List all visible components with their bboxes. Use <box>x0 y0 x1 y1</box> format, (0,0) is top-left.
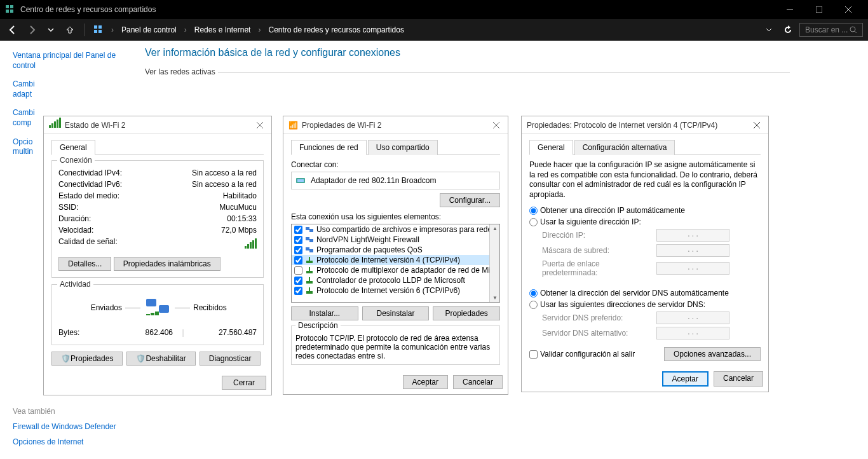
tab-sharing[interactable]: Uso compartido <box>368 140 438 155</box>
dns1-label: Servidor DNS preferido: <box>542 313 656 322</box>
tab-alternative[interactable]: Configuración alternativa <box>574 140 675 155</box>
protocol-checkbox[interactable] <box>294 226 302 234</box>
wireless-properties-button[interactable]: Propiedades inalámbricas <box>114 257 220 271</box>
gateway-input[interactable]: . . . <box>656 262 729 275</box>
breadcrumb-item[interactable]: Centro de redes y recursos compartidos <box>266 25 406 34</box>
cancel-button[interactable]: Cancelar <box>453 375 503 389</box>
auto-dns-radio[interactable]: Obtener la dirección del servidor DNS au… <box>529 289 761 298</box>
uninstall-button[interactable]: Desinstalar <box>362 306 430 320</box>
mask-input[interactable]: . . . <box>656 244 729 257</box>
close-button[interactable]: Cerrar <box>222 376 266 390</box>
svg-rect-9 <box>98 25 102 29</box>
active-networks-label: Ver las redes activas <box>145 67 215 76</box>
close-icon[interactable] <box>490 119 503 132</box>
protocol-checkbox[interactable] <box>294 266 302 275</box>
tab-network-functions[interactable]: Funciones de red <box>291 140 367 155</box>
close-icon[interactable] <box>254 119 266 132</box>
breadcrumb-item[interactable]: Panel de control <box>119 25 179 34</box>
bytes-label: Bytes: <box>58 328 109 337</box>
wifi-properties-dialog: 📶 Propiedades de Wi-Fi 2 Funciones de re… <box>283 116 508 395</box>
advanced-button[interactable]: Opciones avanzadas... <box>664 347 761 361</box>
details-button[interactable]: Detalles... <box>58 257 111 271</box>
properties-button[interactable]: 🛡️Propiedades <box>51 352 123 366</box>
up-button[interactable] <box>62 22 78 38</box>
forward-button[interactable] <box>24 22 39 38</box>
protocol-checkbox[interactable] <box>294 256 302 264</box>
cancel-button[interactable]: Cancelar <box>714 371 763 387</box>
protocol-checkbox[interactable] <box>294 236 302 244</box>
protocol-item[interactable]: Protocolo de Internet versión 4 (TCP/IPv… <box>292 255 499 265</box>
protocol-checkbox[interactable] <box>294 287 302 295</box>
svg-rect-29 <box>306 247 309 250</box>
protocol-item[interactable]: Protocolo de multiplexor de adaptador de… <box>292 265 499 275</box>
auto-ip-radio[interactable]: Obtener una dirección IP automáticamente <box>529 206 761 215</box>
protocol-checkbox[interactable] <box>294 277 302 285</box>
media-value: Habilitado <box>154 191 257 200</box>
protocol-item[interactable]: Protocolo de Internet versión 6 (TCP/IPv… <box>292 285 499 296</box>
sidebar-main-link[interactable]: Ventana principal del Panel de control <box>13 51 133 71</box>
service-icon <box>305 245 314 254</box>
refresh-button[interactable] <box>780 22 796 38</box>
svg-rect-25 <box>306 227 309 230</box>
close-button[interactable] <box>834 0 863 19</box>
disable-button[interactable]: 🛡️Deshabilitar <box>126 352 195 366</box>
connect-with-label: Conectar con: <box>291 160 500 169</box>
window-title: Centro de redes y recursos compartidos <box>20 5 775 14</box>
accept-button[interactable]: Aceptar <box>403 375 448 389</box>
manual-ip-radio[interactable]: Usar la siguiente dirección IP: <box>529 217 761 226</box>
ipv4-properties-dialog: Propiedades: Protocolo de Internet versi… <box>521 116 769 392</box>
location-icon[interactable] <box>91 22 106 38</box>
breadcrumb-item[interactable]: Redes e Internet <box>192 25 254 34</box>
search-input[interactable]: Buscar en ... <box>799 23 863 37</box>
close-icon[interactable] <box>750 119 763 132</box>
svg-rect-36 <box>309 277 310 281</box>
ip-label: Dirección IP: <box>542 231 656 240</box>
protocol-checkbox[interactable] <box>294 246 302 254</box>
item-properties-button[interactable]: Propiedades <box>433 306 500 320</box>
ip-input[interactable]: . . . <box>656 229 729 242</box>
ipv6-value: Sin acceso a la red <box>154 180 257 189</box>
svg-rect-31 <box>306 261 313 263</box>
protocol-item[interactable]: Uso compartido de archivos e impresoras … <box>292 224 499 235</box>
see-also-firewall[interactable]: Firewall de Windows Defender <box>13 422 116 431</box>
adapter-icon <box>295 176 306 185</box>
dropdown-icon[interactable] <box>761 22 776 38</box>
scrollbar[interactable] <box>489 224 499 302</box>
protocol-item[interactable]: Controlador de protocolo LLDP de Microso… <box>292 275 499 285</box>
signal-value <box>154 237 257 250</box>
ssid-value: MucuMucu <box>154 203 257 212</box>
protocol-item[interactable]: Programador de paquetes QoS <box>292 245 499 255</box>
shield-icon: 🛡️ <box>136 354 146 363</box>
svg-point-12 <box>850 27 855 32</box>
crumb-sep: › <box>183 25 188 34</box>
minimize-button[interactable] <box>775 0 804 19</box>
validate-label: Validar configuración al salir <box>540 350 635 359</box>
svg-rect-19 <box>151 313 154 315</box>
crumb-sep: › <box>110 25 115 34</box>
dns1-input[interactable]: . . . <box>656 312 729 324</box>
maximize-button[interactable] <box>804 0 834 19</box>
see-also-internet-options[interactable]: Opciones de Internet <box>13 437 116 446</box>
tab-general[interactable]: General <box>51 140 95 155</box>
protocol-label: Protocolo de Internet versión 4 (TCP/IPv… <box>316 256 460 264</box>
ipv4-value: Sin acceso a la red <box>154 168 257 177</box>
validate-checkbox[interactable]: Validar configuración al salir <box>529 350 635 359</box>
configure-button[interactable]: Configurar... <box>440 193 500 207</box>
accept-button[interactable]: Aceptar <box>662 371 709 387</box>
install-button[interactable]: Instalar... <box>291 306 358 320</box>
svg-rect-20 <box>155 312 159 315</box>
dns2-input[interactable]: . . . <box>656 327 729 339</box>
protocol-item[interactable]: NordVPN LightWeight Firewall <box>292 235 499 245</box>
protocol-label: Protocolo de multiplexor de adaptador de… <box>316 266 500 275</box>
tab-general[interactable]: General <box>529 140 573 155</box>
manual-dns-radio[interactable]: Usar las siguientes direcciones de servi… <box>529 300 761 309</box>
svg-rect-8 <box>94 25 97 29</box>
sidebar-link-adapter[interactable]: Cambiadapt <box>13 79 133 99</box>
dialog-title: Estado de Wi-Fi 2 <box>65 121 254 130</box>
diagnose-button[interactable]: Diagnosticar <box>200 352 261 366</box>
protocol-list[interactable]: Uso compartido de archivos e impresoras … <box>291 224 500 303</box>
speed-value: 72,0 Mbps <box>154 226 257 235</box>
back-button[interactable] <box>5 22 20 38</box>
media-label: Estado del medio: <box>58 191 154 200</box>
recent-button[interactable] <box>43 22 58 38</box>
